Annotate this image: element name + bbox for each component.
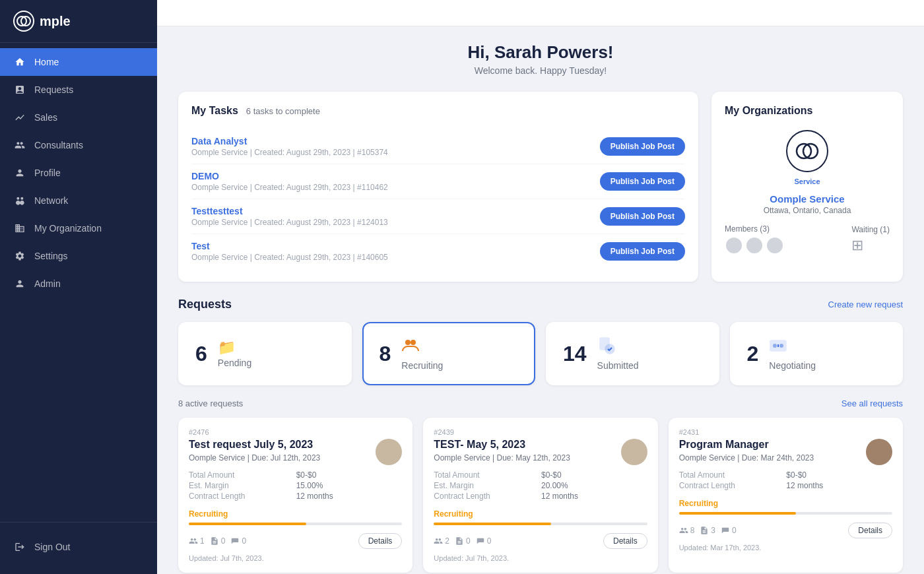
logo-area: mple [0,0,157,43]
sidebar-item-settings[interactable]: Settings [0,242,157,270]
request-card-0: #2476 Test request July 5, 2023 Oomple S… [178,418,412,573]
stat-card-negotiating[interactable]: 2 Negotiating [730,322,904,385]
sidebar-label-requests: Requests [34,84,73,95]
submitted-label: Submitted [597,360,639,371]
task-row: DEMO Oomple Service | Created: August 29… [191,164,685,199]
avatar [766,236,784,255]
request-card-2: #2431 Program Manager Oomple Service | D… [669,418,903,573]
sidebar-nav: Home Requests Sales Consultants Profile [0,43,157,522]
updated-text-2: Updated: Mar 17th, 2023. [679,544,892,552]
svg-point-10 [779,344,783,348]
docs-group-0: 0 [210,536,226,546]
sidebar-item-home[interactable]: Home [0,48,157,76]
profile-icon [13,166,26,179]
sidebar-label-my-organization: My Organization [34,223,102,234]
requests-title: Requests [178,298,232,311]
welcome-header: Hi, Sarah Powers! Welcome back. Happy Tu… [178,42,903,76]
req-meta-0: Oomple Service | Due: Jul 12th, 2023 [189,453,320,462]
org-members: Members (3) [725,224,784,255]
sidebar-item-requests[interactable]: Requests [0,76,157,104]
stat-card-recruiting[interactable]: 8 Recruiting [362,322,536,385]
sidebar-label-sales: Sales [34,112,57,123]
details-button-1[interactable]: Details [603,533,647,549]
submitted-count: 14 [563,342,587,366]
comments-group-2: 0 [721,526,737,535]
docs-group-2: 3 [700,526,715,535]
org-name[interactable]: Oomple Service [725,193,890,205]
task-name-0[interactable]: Data Analyst [191,136,388,146]
sign-out-button[interactable]: Sign Out [0,533,157,561]
see-all-requests-link[interactable]: See all requests [842,399,903,408]
publish-button-1[interactable]: Publish Job Post [600,172,685,191]
req-icons-0: 1 0 0 [189,536,246,546]
status-badge-1: Recruiting [434,509,473,519]
details-button-2[interactable]: Details [848,523,892,538]
sidebar-item-profile[interactable]: Profile [0,159,157,187]
sidebar-item-network[interactable]: Network [0,187,157,214]
logo-icon [13,11,34,32]
req-id-0: #2476 [189,428,402,436]
req-id-1: #2439 [434,428,647,436]
sidebar-label-admin: Admin [34,278,61,289]
avatar [725,236,743,255]
sidebar-item-consultants[interactable]: Consultants [0,131,157,159]
waiting-icon: ⊞ [851,237,890,254]
req-meta-1: Oomple Service | Due: May 12th, 2023 [434,453,570,462]
org-title: My Organizations [725,105,890,117]
req-footer-2: 8 3 0 Details [679,523,892,538]
sidebar-item-sales[interactable]: Sales [0,104,157,131]
comments-group-1: 0 [476,536,492,546]
sidebar-item-my-organization[interactable]: My Organization [0,214,157,242]
create-new-request-link[interactable]: Create new request [828,300,903,309]
svg-rect-11 [777,344,779,347]
content-area: Hi, Sarah Powers! Welcome back. Happy Tu… [157,26,924,574]
task-meta-2: Oomple Service | Created: August 29th, 2… [191,218,388,227]
req-avatar-2 [866,439,892,465]
stat-card-submitted[interactable]: 14 Submitted [546,322,719,385]
progress-fill-1 [434,523,551,525]
negotiating-label: Negotiating [769,360,816,371]
task-name-1[interactable]: DEMO [191,171,388,181]
avatar [745,236,764,255]
logo-text: mple [40,14,71,29]
sidebar-item-admin[interactable]: Admin [0,270,157,298]
negotiating-count: 2 [747,342,759,366]
req-title-2[interactable]: Program Manager [679,439,814,451]
details-button-0[interactable]: Details [358,533,403,549]
my-organization-icon [13,222,26,235]
publish-button-2[interactable]: Publish Job Post [600,207,685,226]
svg-point-9 [773,344,777,348]
progress-bar-0 [189,523,402,525]
top-bar [157,0,924,26]
org-waiting: Waiting (1) ⊞ [851,225,890,254]
stat-card-pending[interactable]: 6 📁 Pending [178,322,352,385]
task-name-3[interactable]: Test [191,241,388,251]
progress-bar-2 [679,512,892,515]
publish-button-3[interactable]: Publish Job Post [600,242,685,261]
member-avatars [725,236,784,255]
req-title-1[interactable]: TEST- May 5, 2023 [434,439,570,451]
sign-out-label: Sign Out [34,542,70,552]
status-badge-2: Recruiting [679,499,718,508]
tasks-subtitle: 6 tasks to complete [246,106,320,116]
task-name-2[interactable]: Testtesttest [191,206,388,216]
pending-count: 6 [195,342,207,366]
recruiting-count: 8 [380,342,391,366]
sidebar-label-consultants: Consultants [34,140,83,150]
req-footer-1: 2 0 0 Details [434,533,647,549]
req-icons-2: 8 3 0 [679,526,737,535]
stats-row: 6 📁 Pending 8 Recruiting [178,322,903,385]
req-id-2: #2431 [679,428,892,436]
req-details-2: Total Amount $0-$0 Contract Length 12 mo… [679,470,892,490]
greeting-subtitle: Welcome back. Happy Tuesday! [178,65,903,76]
publish-button-0[interactable]: Publish Job Post [600,137,685,156]
req-details-1: Total Amount $0-$0 Est. Margin 20.00% Co… [434,470,647,501]
updated-text-1: Updated: Jul 7th, 2023. [434,554,647,562]
task-row: Data Analyst Oomple Service | Created: A… [191,129,685,164]
sidebar-label-profile: Profile [34,168,61,178]
pending-label: Pending [218,358,251,368]
org-location: Ottawa, Ontario, Canada [725,206,890,215]
req-title-0[interactable]: Test request July 5, 2023 [189,439,320,451]
members-label: Members (3) [725,224,784,234]
task-meta-1: Oomple Service | Created: August 29th, 2… [191,183,388,192]
